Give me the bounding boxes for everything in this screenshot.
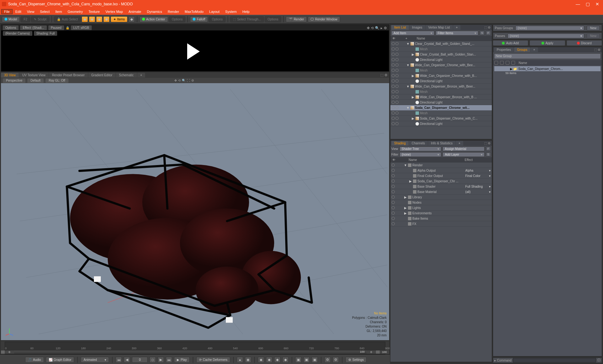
cache-button[interactable]: ⟳ Cache Deformers [196,357,230,363]
shader-tree-select[interactable]: Shader Tree▾ [399,147,442,151]
gr-tab-1[interactable]: Groups [514,47,530,52]
menu-select[interactable]: Select [37,9,52,14]
close-button[interactable]: ✕ [595,2,599,7]
item-row[interactable]: ▶ Wide_Can_Organizer_Chrome_with_B... [390,73,492,78]
menu-system[interactable]: System [222,9,240,14]
item-row[interactable]: ▼ Soda_Can_Dispenser_Chrome_wit... [390,105,492,110]
k1-icon[interactable]: ◆ [258,357,264,363]
timeline[interactable]: 0601201802403003604204805406006607207808… [1,341,389,354]
item-row[interactable]: ▶ Soda_Can_Dispenser_Chrome_with_C... [390,116,492,121]
groups-body[interactable]: ▶ 📁 Soda_Can_Dispenser_Chrom... 59 Items [493,66,602,356]
panel-gear-icon[interactable]: ⚙ [488,26,491,29]
first-frame-icon[interactable]: ⏮ [116,357,122,363]
vp-tab-5[interactable]: + [137,73,145,78]
vp-move-icon[interactable]: ✥ [174,79,177,82]
tl-track[interactable]: 100 [14,351,367,354]
shader-row[interactable]: ▶ Environments [390,211,492,216]
il-s-chip[interactable]: S [480,31,485,35]
items-button[interactable]: ✦ Items [111,16,128,22]
gr-tab-0[interactable]: Properties [494,47,514,52]
item-row[interactable]: Directional Light [390,100,492,105]
axis-gizmo-icon[interactable] [4,326,15,337]
pass-groups-select[interactable]: (none)▾ [515,26,584,30]
vp-gear-icon[interactable]: ⚙ [384,73,388,77]
panel-max-icon[interactable]: ⬚ [484,26,487,29]
menu-item[interactable]: Item [52,9,65,14]
menu-maxtomodo[interactable]: MaxToModo [182,9,206,14]
item-row[interactable]: Directional Light [390,57,492,62]
shader-row[interactable]: Base Material(all)▾ [390,189,492,195]
item-row[interactable]: Mesh [390,46,492,52]
panel-max-icon[interactable]: ⬚ [594,48,597,51]
falloff-button[interactable]: Falloff [190,16,208,22]
sel-mode-3-icon[interactable]: ◆ [96,16,102,22]
menu-geometry[interactable]: Geometry [65,9,85,14]
n1-icon[interactable]: ⚙ [324,357,331,363]
command-input[interactable] [513,358,596,362]
item-row[interactable]: Mesh [390,89,492,94]
shader-row[interactable]: FX [390,221,492,227]
options-3-button[interactable]: Options [265,16,281,22]
menu-render[interactable]: Render [165,9,182,14]
play-icon[interactable] [187,43,200,60]
sh-name-header[interactable]: Name [409,158,417,162]
prev-frame-icon[interactable]: ◀ [124,357,130,363]
il-tab-3[interactable]: + [453,25,461,30]
viewport-3d[interactable]: No Items Polygons : Catmull-Clark Channe… [1,83,389,340]
minimize-button[interactable]: — [576,2,580,7]
vp-fit-icon[interactable]: ⛶ [187,79,190,82]
render-preview[interactable]: Options Effect: (Shadi... Paused 🔒 LUT: … [1,24,389,72]
assign-material-button[interactable]: Assign Material [443,147,485,151]
pv-move-icon[interactable]: ✥ [367,26,370,30]
action-center-button[interactable]: Action Center [139,16,168,22]
last-frame-icon[interactable]: ⏭ [166,357,172,363]
rec2-icon[interactable]: ◉ [245,357,251,363]
il-tab-2[interactable]: Vertex Map List [426,25,453,30]
gh-c3[interactable] [506,61,509,65]
discard-button[interactable]: Discard [567,40,602,46]
raygl-toggle[interactable]: Ray GL: Off [46,78,68,83]
panel-max-icon[interactable]: ⬚ [484,142,487,145]
add-item-select[interactable]: Add Item▾ [391,31,434,35]
sh-tab-2[interactable]: Info & Statistics [428,141,455,146]
autoselect-button[interactable]: 🔒 Auto Select [54,16,81,22]
item-row[interactable]: ▼ Wide_Can_Organizer_Chrome_with_Bee... [390,62,492,68]
key-icon[interactable]: ◇ [149,357,156,363]
render-button[interactable]: 🎬 Render [286,16,307,22]
sculpt-button[interactable]: ✎ Sculpt [31,16,49,22]
preview-options[interactable]: Options [3,25,19,30]
pv-gear-icon[interactable]: ⚙ [384,26,387,30]
shader-row[interactable]: ▶ Soda_Can_Dispenser_Chr ... [390,179,492,184]
item-row[interactable]: ▶ Wide_Can_Dispenser_Bronze_with_B ... [390,94,492,100]
passes-select[interactable]: (none)▾ [508,34,584,38]
sel-mode-4-icon[interactable]: ◆ [103,16,110,22]
k4-icon[interactable]: ◆ [282,357,289,363]
group-item[interactable]: ▶ 📁 Soda_Can_Dispenser_Chrom... [494,66,600,71]
preview-shading[interactable]: Shading: Full [34,31,57,36]
tl-grip-right[interactable] [376,351,380,354]
vp-max-icon[interactable]: ⬚ [380,73,383,77]
vp-tab-2[interactable]: Render Preset Browser [49,73,88,78]
il-tab-0[interactable]: Item List [391,25,409,30]
item-row[interactable]: ▶ Clear_Crystal_Ball_with_Golden_Stan... [390,52,492,57]
sh-effect-header[interactable]: Effect [465,158,490,162]
item-row[interactable]: Mesh [390,110,492,116]
shader-row[interactable]: Nodes [390,200,492,205]
il-tab-1[interactable]: Images [409,25,425,30]
k3-icon[interactable]: ◆ [274,357,280,363]
k2-icon[interactable]: ◆ [266,357,272,363]
shader-row[interactable]: ▶ Library [390,195,492,200]
graph-button[interactable]: 📈 Graph Editor [46,357,74,363]
sh-f-chip[interactable]: F [486,147,491,151]
shader-row[interactable]: Bake Items [390,216,492,221]
apply-button[interactable]: Apply [530,40,565,46]
n2-icon[interactable]: ⚙ [333,357,339,363]
sh-tab-1[interactable]: Channels [409,141,428,146]
options-2-button[interactable]: Options [209,16,225,22]
menu-animate[interactable]: Animate [126,9,144,14]
pv-rotate-icon[interactable]: ⟲ [371,26,374,30]
panel-gear-icon[interactable]: ⚙ [488,142,491,145]
command-line[interactable]: ▸Command ⓘ [493,357,602,363]
perspective-select[interactable]: Perspective [3,78,25,83]
current-frame[interactable]: 0 [132,357,148,363]
